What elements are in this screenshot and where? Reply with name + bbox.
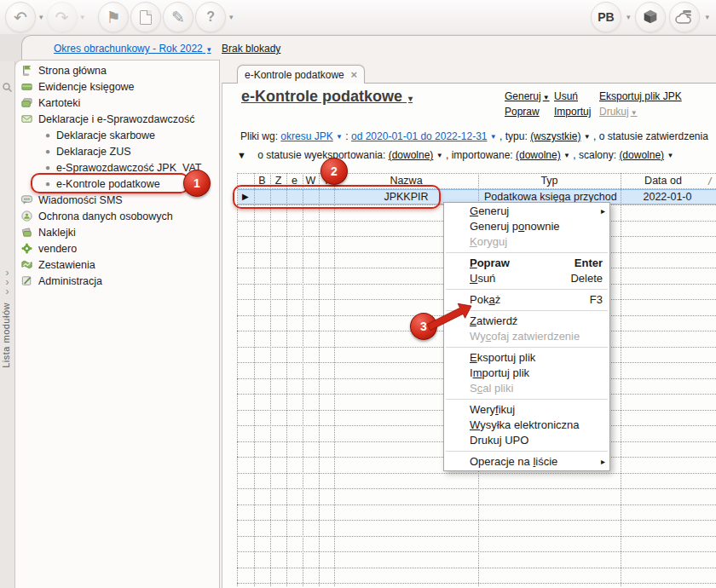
filter-colon: : <box>345 130 348 142</box>
tree-label: Kartoteki <box>38 97 80 109</box>
menu-item-zatwierdz[interactable]: Zatwierdź <box>444 314 609 329</box>
grid-line <box>303 173 303 586</box>
flag-icon: ⚑ <box>107 9 121 26</box>
accounting-period-link[interactable]: Okres obrachunkowy - Rok 2022 ▾ <box>54 43 213 55</box>
period-jpk-filter-link[interactable]: okresu JPK <box>280 130 332 142</box>
user-dropdown-caret-icon[interactable]: ▾ <box>626 13 631 21</box>
forward-icon: ↷ <box>55 9 69 26</box>
help-dropdown-caret-icon[interactable]: ▾ <box>229 13 234 21</box>
menu-item-drukuj-upo[interactable]: Drukuj UPO <box>444 433 609 448</box>
tree-label: Strona główna <box>38 65 107 77</box>
menu-shortcut: Delete <box>570 271 603 286</box>
sidebar-item-ochrona-danych[interactable]: Ochrona danych osobowych <box>15 208 219 224</box>
sidebar-item-strona-glowna[interactable]: Strona główna <box>15 62 219 78</box>
tab-e-kontrole-podatkowe[interactable]: e-Kontrole podatkowe × <box>237 65 365 84</box>
imported-value[interactable]: (dowolne) <box>516 149 561 161</box>
menu-item-pokaz[interactable]: F3 Pokaż <box>444 292 609 308</box>
user-initials-button[interactable]: PB <box>591 2 621 32</box>
menu-shortcut: F3 <box>590 292 603 308</box>
filter-toggle-icon[interactable]: ▼ <box>237 150 246 160</box>
forward-dropdown-caret-icon[interactable]: ▾ <box>81 13 85 21</box>
export-jpk-link[interactable]: Eksportuj plik JPK <box>599 90 682 102</box>
home-icon <box>20 64 33 77</box>
generate-link[interactable]: Generuj▼ <box>505 90 551 102</box>
sidebar-item-e-sprawozdawczosc-jpk-vat[interactable]: ● e-Sprawozdawczość JPK_VAT <box>15 159 219 176</box>
grid-line <box>334 173 335 586</box>
grid-line <box>621 173 621 586</box>
cloud-sync-button[interactable] <box>669 2 700 32</box>
sidebar-item-wiadomosci-sms[interactable]: Wiadomości SMS <box>15 192 219 208</box>
grid-line <box>237 173 238 586</box>
column-header-w[interactable]: W <box>303 175 319 187</box>
sidebar-item-deklaracje-skarbowe[interactable]: ● Deklaracje skarbowe <box>15 127 219 143</box>
menu-item-popraw[interactable]: Enter Popraw <box>444 256 609 271</box>
cloud-dropdown-caret-icon[interactable]: ▾ <box>705 13 709 21</box>
sidebar-item-kartoteki[interactable]: Kartoteki <box>15 95 219 111</box>
column-header-data-od[interactable]: Data od <box>621 175 706 187</box>
sidebar-item-e-kontrole-podatkowe[interactable]: ● e-Kontrole podatkowe <box>15 176 219 192</box>
merged-value[interactable]: (dowolne) <box>619 149 664 161</box>
back-button[interactable]: ↶ <box>5 2 36 32</box>
menu-item-weryfikuj[interactable]: Weryfikuj <box>444 402 609 418</box>
column-header-typ[interactable]: Typ <box>478 175 621 187</box>
print-link[interactable]: Drukuj▼ <box>599 106 639 118</box>
submenu-arrow-icon: ▸ <box>601 454 605 470</box>
title-caret-icon: ▾ <box>408 94 413 103</box>
module-cube-button[interactable] <box>635 2 666 32</box>
start-page-button[interactable]: ⚑ <box>98 2 129 32</box>
menu-item-wysylka-elektroniczna[interactable]: Wysyłka elektroniczna <box>444 418 609 433</box>
tree-label: Deklaracje skarbowe <box>56 130 155 141</box>
column-header-nazwa[interactable]: Nazwa <box>334 175 478 187</box>
back-dropdown-caret-icon[interactable]: ▾ <box>39 13 43 21</box>
export-status-value[interactable]: (dowolne) <box>389 149 434 161</box>
type-filter-value[interactable]: (wszystkie) <box>530 130 580 142</box>
tab-close-icon[interactable]: × <box>350 68 357 81</box>
new-document-button[interactable] <box>130 2 161 32</box>
edit-link[interactable]: Popraw <box>505 106 540 118</box>
menu-item-generuj-ponownie[interactable]: Generuj ponownie <box>444 219 609 234</box>
administration-icon <box>20 274 33 287</box>
sidebar-item-vendero[interactable]: vendero <box>15 240 219 257</box>
column-header-b[interactable]: B <box>254 175 270 187</box>
tree-label: e-Sprawozdawczość JPK_VAT <box>56 162 201 174</box>
application-window: ↶ ▾ ↷ ▾ ⚑ ✎ ? ▾ PB ▾ <box>0 0 716 588</box>
tree-label: Wiadomości SMS <box>38 194 123 206</box>
help-button[interactable]: ? <box>195 2 226 32</box>
page-title[interactable]: e-Kontrole podatkowe ▾ <box>241 88 414 106</box>
back-icon: ↶ <box>14 9 27 26</box>
menu-item-wycofaj-zatwierdzenie: Wycofaj zatwierdzenie <box>444 329 609 344</box>
forward-button[interactable]: ↷ <box>47 2 78 32</box>
import-link[interactable]: Importuj <box>554 106 591 118</box>
sidebar-item-deklaracje[interactable]: Deklaracje i e-Sprawozdawczość <box>15 111 219 127</box>
date-range-filter-link[interactable]: od 2020-01-01 do 2022-12-31 <box>351 130 487 142</box>
column-header-z[interactable]: Z <box>270 175 286 187</box>
sign-button[interactable]: ✎ <box>163 2 193 32</box>
lock-status-link[interactable]: Brak blokady <box>222 43 280 55</box>
menu-item-eksportuj-plik[interactable]: Eksportuj plik <box>444 350 609 366</box>
menu-item-operacje-na-liscie[interactable]: Operacje na liście ▸ <box>444 454 609 470</box>
tree-label: Deklaracje i e-Sprawozdawczość <box>38 113 194 125</box>
grid-line <box>237 520 716 521</box>
cell-data-od[interactable]: 2022-01-0 <box>625 191 710 203</box>
cell-nazwa[interactable]: JPKKPIR <box>334 191 478 203</box>
cube-icon <box>641 8 660 26</box>
sidebar-item-zestawienia[interactable]: Zestawienia <box>15 257 219 273</box>
sidebar-item-naklejki[interactable]: Naklejki <box>15 224 219 240</box>
date-range-caret-icon: ▼ <box>490 133 497 141</box>
menu-separator <box>446 451 608 452</box>
menu-item-generuj[interactable]: Generuj ▸ <box>444 204 609 219</box>
delete-link[interactable]: Usuń <box>554 90 578 102</box>
grid-line <box>237 551 716 552</box>
menu-item-importuj-plik[interactable]: Importuj plik <box>444 366 609 381</box>
sidebar-item-deklaracje-zus[interactable]: ● Deklaracje ZUS <box>15 143 219 159</box>
column-header-i[interactable]: I <box>319 175 334 187</box>
menu-separator <box>446 310 608 311</box>
module-list-strip[interactable]: › › › Lista modułów <box>0 61 15 588</box>
cell-typ[interactable]: Podatkowa księga przychod <box>484 191 621 203</box>
sidebar-item-administracja[interactable]: Administracja <box>15 273 219 289</box>
sidebar-item-ewidencje-ksiegowe[interactable]: Ewidencje księgowe <box>15 78 219 95</box>
column-header-e[interactable]: e <box>286 175 303 187</box>
sort-indicator-icon: / <box>708 176 711 187</box>
tree-label: e-Kontrole podatkowe <box>56 178 160 190</box>
menu-item-usun[interactable]: Delete Usuń <box>444 271 609 286</box>
